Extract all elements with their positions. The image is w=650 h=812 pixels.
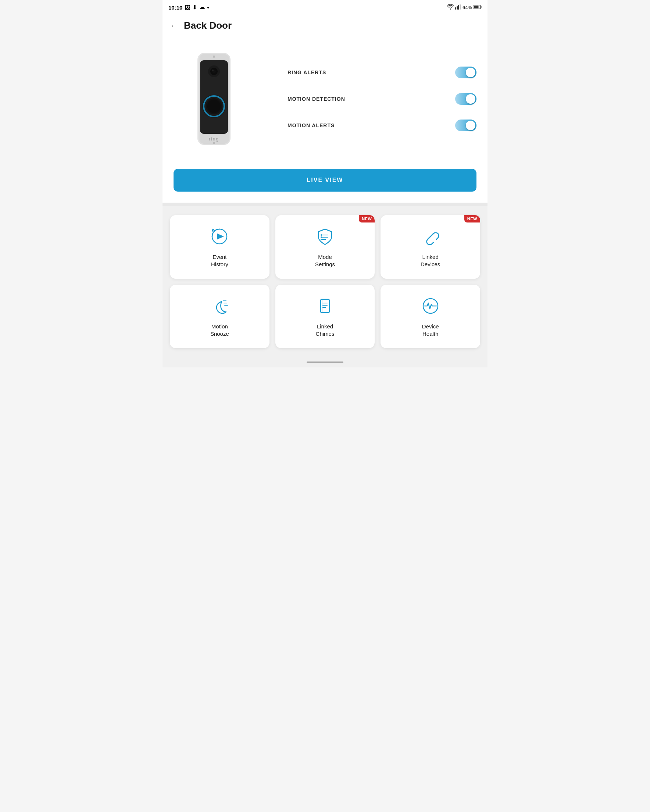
motion-alerts-label: MOTION ALERTS [287, 122, 334, 128]
svg-rect-0 [455, 8, 456, 9]
status-bar-left: 10:10 🖼 ⬇ ☁ • [168, 4, 209, 11]
feature-grid: EventHistory NEW [170, 215, 480, 348]
device-health-card[interactable]: DeviceHealth [380, 285, 480, 348]
ring-alerts-row: RING ALERTS [287, 67, 476, 78]
svg-point-20 [213, 142, 215, 144]
dot-icon: • [207, 5, 209, 11]
device-image: ring [177, 47, 251, 150]
download-icon: ⬇ [192, 4, 197, 11]
svg-line-30 [428, 234, 433, 239]
signal-icon [455, 5, 461, 11]
linked-chimes-card[interactable]: LinkedChimes [275, 285, 375, 348]
svg-rect-21 [197, 53, 200, 145]
mode-settings-icon [315, 226, 335, 247]
linked-chimes-icon [315, 296, 335, 316]
linked-chimes-label: LinkedChimes [316, 323, 334, 337]
linked-devices-label: LinkedDevices [421, 253, 440, 268]
svg-point-19 [213, 55, 215, 58]
svg-marker-23 [217, 234, 224, 240]
motion-snooze-label: MotionSnooze [210, 323, 229, 337]
svg-point-13 [212, 70, 214, 71]
svg-point-28 [320, 237, 322, 238]
time-display: 10:10 [168, 5, 182, 11]
svg-rect-6 [474, 6, 479, 8]
wifi-icon [447, 5, 454, 11]
toggles-section: RING ALERTS MOTION DETECTION MOTION ALER… [265, 67, 476, 131]
battery-percentage: 64% [462, 5, 472, 10]
header: ← Back Door [163, 15, 487, 37]
home-indicator [307, 362, 343, 363]
section-separator [163, 203, 487, 206]
ring-alerts-label: RING ALERTS [287, 70, 326, 75]
mode-settings-label: ModeSettings [315, 253, 335, 268]
linked-devices-card[interactable]: NEW LinkedDevices [380, 215, 480, 279]
event-history-card[interactable]: EventHistory [170, 215, 270, 279]
svg-point-29 [320, 239, 322, 240]
svg-rect-1 [456, 6, 458, 9]
linked-devices-new-badge: NEW [464, 215, 480, 223]
mode-settings-card[interactable]: NEW ModeSettings [275, 215, 375, 279]
ring-alerts-toggle[interactable] [455, 67, 476, 78]
device-health-icon [420, 296, 441, 316]
motion-alerts-row: MOTION ALERTS [287, 119, 476, 131]
device-health-label: DeviceHealth [422, 323, 439, 337]
motion-detection-row: MOTION DETECTION [287, 93, 476, 105]
motion-snooze-card[interactable]: MotionSnooze [170, 285, 270, 348]
battery-icon [473, 5, 482, 10]
cloud-icon: ☁ [199, 4, 205, 11]
page-title: Back Door [184, 20, 232, 31]
back-button[interactable]: ← [170, 21, 178, 31]
grid-section: EventHistory NEW [163, 206, 487, 357]
motion-snooze-icon [209, 296, 230, 316]
device-section: ring RING ALERTS MOTION DETECTION MOTION… [163, 37, 487, 162]
live-view-button[interactable]: LIVE VIEW [174, 169, 476, 192]
status-bar: 10:10 🖼 ⬇ ☁ • 64% [163, 0, 487, 15]
svg-rect-2 [458, 5, 459, 9]
event-history-label: EventHistory [211, 253, 228, 268]
linked-devices-icon [420, 226, 441, 247]
status-bar-right: 64% [447, 5, 482, 11]
svg-rect-3 [459, 5, 461, 9]
event-history-icon [209, 226, 230, 247]
mode-settings-new-badge: NEW [359, 215, 375, 223]
svg-rect-5 [481, 6, 482, 8]
motion-alerts-toggle[interactable] [455, 119, 476, 131]
motion-detection-label: MOTION DETECTION [287, 96, 345, 102]
live-view-section: LIVE VIEW [163, 162, 487, 203]
doorbell-illustration: ring [185, 49, 243, 148]
svg-point-27 [320, 234, 322, 236]
bottom-indicator [163, 357, 487, 367]
svg-point-17 [208, 100, 221, 113]
motion-detection-toggle[interactable] [455, 93, 476, 105]
photo-icon: 🖼 [185, 5, 190, 11]
svg-text:ring: ring [209, 136, 219, 142]
